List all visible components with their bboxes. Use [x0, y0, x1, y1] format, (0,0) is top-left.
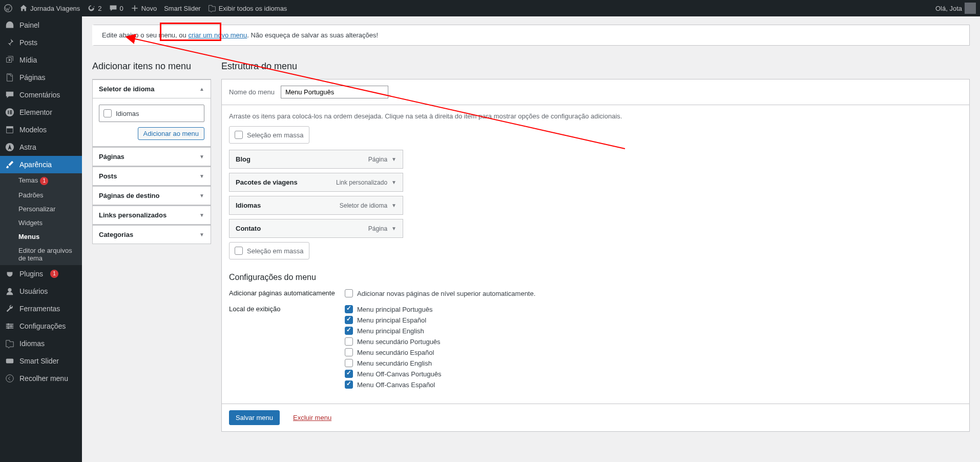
svg-point-15	[8, 327, 10, 329]
chevron-down-icon[interactable]: ▼	[391, 179, 397, 185]
auto-add-checkbox[interactable]	[345, 289, 353, 297]
location-checkbox[interactable]	[345, 305, 353, 313]
settings-icon	[5, 322, 14, 331]
menu-settings[interactable]: Configurações	[0, 317, 82, 335]
menu-templates[interactable]: Modelos	[0, 121, 82, 138]
menu-tools[interactable]: Ferramentas	[0, 300, 82, 317]
svg-rect-4	[10, 112, 12, 113]
location-checkbox[interactable]	[345, 337, 353, 346]
updates-link[interactable]: 2	[87, 4, 101, 12]
structure-heading: Estrutura do menu	[221, 61, 970, 72]
menu-item-bar[interactable]: Pacotes de viagensLink personalizado ▼	[229, 173, 403, 192]
wp-logo[interactable]	[4, 4, 12, 12]
menu-posts[interactable]: Posts	[0, 34, 82, 51]
bulk-checkbox-top[interactable]	[235, 131, 243, 139]
wordpress-icon	[4, 4, 12, 12]
bulk-checkbox-bottom[interactable]	[235, 247, 243, 255]
menu-users[interactable]: Usuários	[0, 283, 82, 300]
sub-patterns[interactable]: Padrões	[0, 188, 82, 202]
menu-item-title: Pacotes de viagens	[236, 178, 298, 186]
menu-item-bar[interactable]: BlogPágina ▼	[229, 150, 403, 169]
bulk-select-bottom[interactable]: Seleção em massa	[229, 242, 309, 259]
location-checkbox[interactable]	[345, 380, 353, 389]
chevron-down-icon[interactable]: ▼	[391, 203, 397, 208]
location-label: Menu principal English	[357, 327, 424, 335]
smartslider-icon	[5, 356, 14, 366]
menu-name-input[interactable]	[281, 86, 388, 98]
menu-collapse[interactable]: Recolher menu	[0, 370, 82, 387]
location-checkbox[interactable]	[345, 348, 353, 356]
metabox-lang-toggle[interactable]: Seletor de idioma▲	[93, 79, 211, 98]
location-item: Menu secundário Español	[345, 348, 962, 356]
metabox-posts-toggle[interactable]: Posts▼	[93, 167, 211, 185]
lang-option-row[interactable]: Idiomas	[99, 105, 204, 122]
svg-rect-10	[6, 324, 13, 325]
menu-appearance[interactable]: Aparência	[0, 156, 82, 173]
locations-list: Menu principal PortuguêsMenu principal E…	[345, 305, 962, 391]
chevron-down-icon[interactable]: ▼	[391, 156, 397, 162]
location-checkbox[interactable]	[345, 327, 353, 335]
pin-icon	[5, 38, 14, 47]
metabox-cats-toggle[interactable]: Categorias▼	[93, 225, 211, 244]
comment-icon	[5, 90, 14, 99]
smartslider-link[interactable]: Smart Slider	[164, 5, 201, 12]
updates-count: 2	[98, 5, 101, 12]
chevron-down-icon: ▼	[199, 232, 204, 237]
menu-languages[interactable]: Idiomas	[0, 335, 82, 352]
menu-item-bar[interactable]: ContatoPágina ▼	[229, 219, 403, 238]
location-checkbox[interactable]	[345, 370, 353, 378]
user-greeting[interactable]: Olá, Jota	[935, 3, 976, 14]
menu-elementor[interactable]: Elementor	[0, 104, 82, 121]
chevron-down-icon: ▼	[199, 154, 204, 159]
sub-widgets[interactable]: Widgets	[0, 216, 82, 230]
auto-add-text: Adicionar novas páginas de nível superio…	[357, 290, 535, 297]
menu-plugins[interactable]: Plugins1	[0, 265, 82, 283]
menu-comments[interactable]: Comentários	[0, 86, 82, 104]
menu-name-label: Nome do menu	[229, 88, 275, 96]
site-link[interactable]: Jornada Viagens	[19, 4, 80, 12]
chevron-up-icon: ▲	[199, 86, 204, 92]
chevron-down-icon: ▼	[199, 193, 204, 198]
translate-icon	[208, 4, 216, 12]
comments-link[interactable]: 0	[109, 4, 123, 12]
media-icon	[5, 55, 14, 65]
metabox-pages-toggle[interactable]: Páginas▼	[93, 147, 211, 166]
location-item: Menu principal Español	[345, 316, 962, 324]
bulk-select-top[interactable]: Seleção em massa	[229, 126, 309, 144]
metabox-custom-toggle[interactable]: Links personalizados▼	[93, 206, 211, 224]
location-item: Menu Off-Canvas Español	[345, 380, 962, 389]
svg-point-14	[10, 325, 12, 327]
add-to-menu-button[interactable]: Adicionar ao menu	[138, 127, 204, 140]
menu-dashboard[interactable]: Painel	[0, 16, 82, 34]
wrench-icon	[5, 304, 14, 313]
collapse-icon	[5, 374, 14, 383]
sub-customize[interactable]: Personalizar	[0, 202, 82, 216]
location-item: Menu principal English	[345, 327, 962, 335]
location-label: Menu Off-Canvas Português	[357, 370, 442, 378]
showall-link[interactable]: Exibir todos os idiomas	[208, 4, 287, 12]
menu-item-title: Idiomas	[236, 202, 261, 209]
metabox-landing-toggle[interactable]: Páginas de destino▼	[93, 186, 211, 205]
location-checkbox[interactable]	[345, 359, 353, 367]
menu-pages[interactable]: Páginas	[0, 69, 82, 86]
save-menu-button[interactable]: Salvar menu	[229, 410, 280, 425]
comment-icon	[109, 4, 117, 12]
menu-astra[interactable]: Astra	[0, 138, 82, 156]
home-icon	[19, 4, 28, 12]
site-name: Jornada Viagens	[30, 5, 80, 12]
lang-checkbox[interactable]	[103, 109, 112, 117]
new-link[interactable]: Novo	[131, 4, 157, 12]
menu-item-bar[interactable]: IdiomasSeletor de idioma ▼	[229, 196, 403, 215]
delete-menu-link[interactable]: Excluir menu	[293, 414, 331, 421]
chevron-down-icon[interactable]: ▼	[391, 226, 397, 231]
menu-media[interactable]: Mídia	[0, 51, 82, 69]
sub-menus[interactable]: Menus	[0, 230, 82, 244]
location-checkbox[interactable]	[345, 316, 353, 324]
user-icon	[5, 287, 14, 296]
sub-themes[interactable]: Temas1	[0, 173, 82, 188]
menu-smartslider[interactable]: Smart Slider	[0, 352, 82, 370]
svg-rect-16	[6, 358, 13, 363]
sub-editor[interactable]: Editor de arquivos de tema	[0, 244, 82, 265]
svg-rect-12	[6, 327, 13, 328]
themes-badge: 1	[40, 177, 48, 185]
